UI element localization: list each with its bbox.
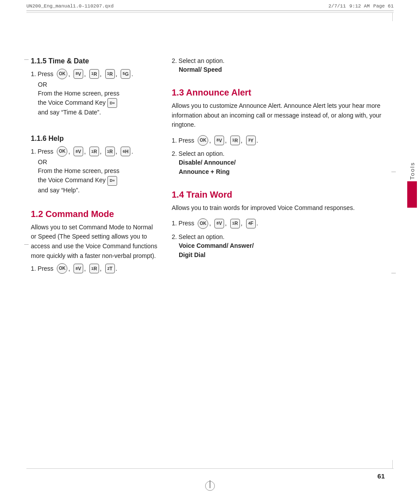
side-tab: Tools (404, 162, 420, 208)
content-area: 1.1.5 Time & Date 1. Press OK, 8V, 1R, 1… (31, 18, 389, 464)
header-bar: UN200_Eng_manual1.0-110207.qxd 2/7/11 9:… (26, 4, 394, 11)
border-bottom (26, 468, 394, 469)
section-116-step1: 1. Press OK, 8V, 1R, 1R, 6H. (31, 146, 158, 157)
side-tab-label: Tools (409, 162, 416, 180)
section-116-heading: 1.1.6 Help (31, 135, 158, 143)
key-8v-13: 8V (214, 136, 224, 145)
key-4f-14: 4F (246, 219, 256, 228)
section-115-or: OR (38, 81, 158, 88)
key-1r-2: 1R (105, 69, 115, 79)
step1-prefix-14: 1. Press (172, 219, 194, 228)
margin-mark-right-mid (391, 273, 396, 273)
side-tab-bar (407, 181, 417, 208)
key-voice-116: D» (107, 176, 117, 186)
header-time: 9:12 AM (350, 4, 370, 9)
section-115-from-home: From the Home screen, press the Voice Co… (38, 89, 158, 117)
key-1r2-116: 1R (105, 147, 115, 156)
section-13: 1.3 Announce Alert Allows you to customi… (172, 88, 389, 177)
right-column: 2. Select an option. Normal/ Speed 1.3 A… (167, 18, 389, 464)
section-116: 1.1.6 Help 1. Press OK, 8V, 1R, 1R, 6H. … (31, 135, 158, 195)
key-8v-12: 8V (74, 264, 83, 273)
section-115-heading: 1.1.5 Time & Date (31, 57, 158, 65)
key-ok-116: OK (57, 146, 67, 157)
key-8v-1: 8V (74, 69, 83, 79)
section-14-step1: 1. Press OK, 8V, 1R, 4F. (172, 218, 389, 229)
section-12-step1: 1. Press OK, 8V, 1R, 2T. (31, 263, 158, 274)
page-number: 61 (377, 472, 385, 480)
margin-mark-left-mid (24, 244, 29, 245)
border-top (26, 12, 394, 13)
header-page: Page 61 (373, 4, 394, 9)
step2-option-13: Disable/ Announce/Announce + Ring (179, 158, 389, 177)
key-3y-13: 3Y (246, 136, 256, 145)
key-1r-13: 1R (230, 136, 240, 145)
section-14: 1.4 Train Word Allows you to train words… (172, 190, 389, 260)
section-12-heading: 1.2 Command Mode (31, 209, 158, 219)
key-1r-12: 1R (89, 264, 99, 273)
key-6h-116: 6H (121, 147, 130, 156)
section-116-or: OR (38, 158, 158, 166)
step1-prefix: 1. Press (31, 70, 53, 79)
key-ok-14: OK (198, 218, 208, 229)
section-115-step2: 2. Select an option. Normal/ Speed (172, 57, 389, 74)
step2-prefix-14: 2. Select an option. (172, 233, 389, 240)
key-1r-116: 1R (89, 147, 99, 156)
step2-option-115: Normal/ Speed (179, 65, 389, 74)
section-13-step1: 1. Press OK, 8V, 1R, 3Y. (172, 135, 389, 146)
key-voice-1: D» (107, 98, 117, 108)
key-2t-12: 2T (105, 264, 115, 273)
step2-prefix-13: 2. Select an option. (172, 150, 389, 157)
section-13-body: Allows you to customize Announce Alert. … (172, 101, 389, 130)
section-12-body: Allows you to set Command Mode to Normal… (31, 223, 158, 261)
section-115-step1: 1. Press OK, 8V, 1R, 1R, 5G. (31, 69, 158, 79)
key-ok-12: OK (57, 263, 67, 274)
step1-prefix-13: 1. Press (172, 136, 194, 145)
key-1r-14: 1R (230, 219, 240, 228)
step2-prefix-115: 2. Select an option. (172, 57, 389, 64)
key-1r-1: 1R (89, 69, 99, 79)
section-12: 1.2 Command Mode Allows you to set Comma… (31, 209, 158, 274)
key-5g-1: 5G (121, 69, 130, 79)
header-filename: UN200_Eng_manual1.0-110207.qxd (26, 4, 325, 9)
key-ok-13: OK (198, 135, 208, 146)
step1-prefix-12: 1. Press (31, 264, 53, 273)
key-ok-1: OK (57, 69, 67, 79)
key-8v-116: 8V (74, 147, 83, 156)
margin-mark-right-top (391, 172, 396, 172)
section-115: 1.1.5 Time & Date 1. Press OK, 8V, 1R, 1… (31, 57, 158, 117)
section-13-heading: 1.3 Announce Alert (172, 88, 389, 98)
bottom-stem-decoration (210, 480, 210, 488)
section-14-heading: 1.4 Train Word (172, 190, 389, 200)
left-column: 1.1.5 Time & Date 1. Press OK, 8V, 1R, 1… (31, 18, 167, 464)
section-116-from-home: From the Home screen, press the Voice Co… (38, 166, 158, 195)
right-divider-bottom (392, 460, 393, 469)
step1-prefix-116: 1. Press (31, 147, 53, 156)
right-divider-top (392, 12, 393, 21)
section-14-body: Allows you to train words for improved V… (172, 203, 389, 213)
step2-option-14: Voice Command/ Answer/Digit Dial (179, 241, 389, 260)
margin-mark-left-top (24, 59, 29, 60)
key-8v-14: 8V (214, 219, 224, 228)
page-wrapper: UN200_Eng_manual1.0-110207.qxd 2/7/11 9:… (0, 0, 420, 504)
header-date: 2/7/11 (328, 4, 346, 9)
